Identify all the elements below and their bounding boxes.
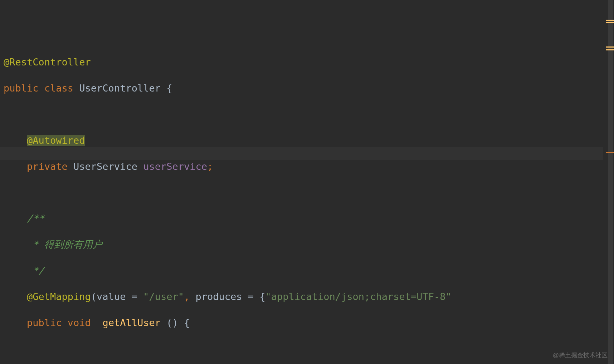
code-line	[4, 186, 614, 199]
code-line: @Autowired	[4, 134, 614, 147]
method-name: getAllUser	[102, 317, 166, 328]
code-line: */	[4, 264, 614, 277]
code-line: public class UserController {	[4, 82, 614, 95]
code-line: public void getAllUser () {	[4, 316, 614, 330]
code-editor[interactable]: @RestController public class UserControl…	[0, 0, 614, 364]
javadoc-end: */	[27, 265, 44, 276]
code-line: /**	[4, 212, 614, 225]
annotation: @RestController	[4, 56, 91, 68]
annotation-highlighted: @Autowired	[27, 135, 85, 146]
code-line: * 得到所有用户	[4, 238, 614, 251]
code-line-current	[4, 343, 614, 356]
code-line: private UserService userService;	[4, 160, 614, 173]
minimap-marker	[606, 22, 614, 23]
code-content: @RestController public class UserControl…	[4, 43, 614, 364]
code-line: @GetMapping(value = "/user", produces = …	[4, 290, 614, 304]
code-line	[4, 108, 614, 121]
javadoc-text: * 得到所有用户	[27, 239, 102, 250]
code-line: @RestController	[4, 56, 614, 69]
minimap-marker	[606, 20, 614, 21]
javadoc-start: /**	[27, 213, 44, 224]
watermark-text: @稀土掘金技术社区	[553, 351, 608, 360]
